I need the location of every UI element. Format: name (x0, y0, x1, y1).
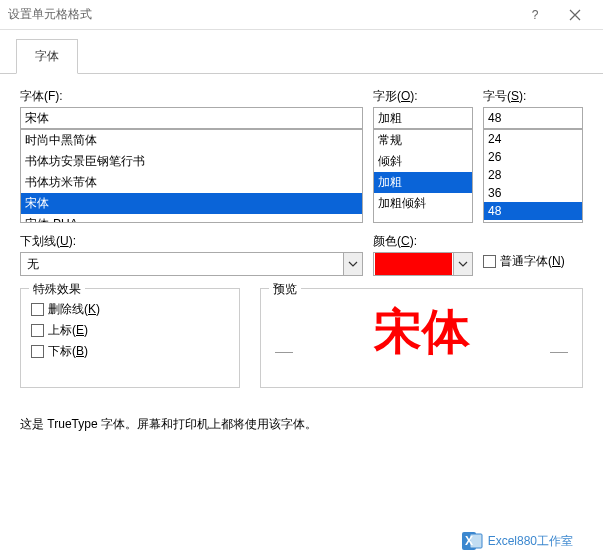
watermark: X Excel880工作室 (460, 529, 573, 553)
style-label: 字形(O): (373, 88, 473, 105)
underline-label: 下划线(U): (20, 233, 363, 250)
font-input[interactable] (20, 107, 363, 129)
style-input[interactable] (373, 107, 473, 129)
size-listbox[interactable]: 242628364872 (483, 129, 583, 223)
tab-font[interactable]: 字体 (16, 39, 78, 74)
style-listbox[interactable]: 常规倾斜加粗加粗倾斜 (373, 129, 473, 223)
tabbar: 字体 (0, 30, 603, 74)
preview-baseline-left (275, 352, 293, 353)
list-item[interactable]: 26 (484, 148, 582, 166)
list-item[interactable]: 宋体-PUA (21, 214, 362, 223)
help-button[interactable]: ? (515, 0, 555, 30)
subscript-row[interactable]: 下标(B) (31, 343, 229, 360)
strikethrough-row[interactable]: 删除线(K) (31, 301, 229, 318)
list-item[interactable]: 书体坊安景臣钢笔行书 (21, 151, 362, 172)
content: 字体(F): 时尚中黑简体书体坊安景臣钢笔行书书体坊米芾体宋体宋体-PUA宋体-… (0, 74, 603, 559)
titlebar: 设置单元格格式 ? (0, 0, 603, 30)
list-item[interactable]: 宋体 (21, 193, 362, 214)
superscript-row[interactable]: 上标(E) (31, 322, 229, 339)
strikethrough-checkbox[interactable] (31, 303, 44, 316)
effects-fieldset: 特殊效果 删除线(K) 上标(E) 下标(B) (20, 288, 240, 388)
list-item[interactable]: 48 (484, 202, 582, 220)
list-item[interactable]: 加粗倾斜 (374, 193, 472, 214)
color-swatch (375, 253, 452, 275)
list-item[interactable]: 时尚中黑简体 (21, 130, 362, 151)
underline-value: 无 (20, 252, 343, 276)
normal-font-checkbox[interactable] (483, 255, 496, 268)
preview-fieldset: 预览 宋体 (260, 288, 583, 388)
superscript-checkbox[interactable] (31, 324, 44, 337)
underline-combo[interactable]: 无 (20, 252, 363, 276)
superscript-label: 上标(E) (48, 322, 88, 339)
chevron-down-icon (458, 259, 468, 269)
close-icon (569, 9, 581, 21)
list-item[interactable]: 书体坊米芾体 (21, 172, 362, 193)
size-label: 字号(S): (483, 88, 583, 105)
chevron-down-icon (348, 259, 358, 269)
preview-box: 宋体 (271, 297, 572, 367)
subscript-checkbox[interactable] (31, 345, 44, 358)
list-item[interactable]: 24 (484, 130, 582, 148)
color-swatch-wrap (373, 252, 453, 276)
list-item[interactable]: 加粗 (374, 172, 472, 193)
color-combo[interactable] (373, 252, 473, 276)
list-item[interactable]: 28 (484, 166, 582, 184)
font-label: 字体(F): (20, 88, 363, 105)
list-item[interactable]: 常规 (374, 130, 472, 151)
strikethrough-label: 删除线(K) (48, 301, 100, 318)
subscript-label: 下标(B) (48, 343, 88, 360)
preview-legend: 预览 (269, 281, 301, 298)
color-label: 颜色(C): (373, 233, 473, 250)
preview-text: 宋体 (374, 300, 470, 364)
effects-legend: 特殊效果 (29, 281, 85, 298)
window-title: 设置单元格格式 (8, 6, 515, 23)
normal-font-label: 普通字体(N) (500, 253, 565, 270)
format-cells-dialog: 设置单元格格式 ? 字体 字体(F): 时尚中黑简体书体坊安景臣钢笔行书书体坊米… (0, 0, 603, 559)
size-input[interactable] (483, 107, 583, 129)
color-dropdown-button[interactable] (453, 252, 473, 276)
underline-dropdown-button[interactable] (343, 252, 363, 276)
normal-font-checkbox-row[interactable]: 普通字体(N) (483, 253, 565, 270)
list-item[interactable]: 72 (484, 220, 582, 223)
truetype-note: 这是 TrueType 字体。屏幕和打印机上都将使用该字体。 (20, 416, 583, 433)
svg-text:X: X (465, 534, 473, 548)
list-item[interactable]: 36 (484, 184, 582, 202)
watermark-text: Excel880工作室 (488, 533, 573, 550)
close-button[interactable] (555, 0, 595, 30)
font-listbox[interactable]: 时尚中黑简体书体坊安景臣钢笔行书书体坊米芾体宋体宋体-PUA宋体-方正超大字符集 (20, 129, 363, 223)
excel-icon: X (460, 529, 484, 553)
list-item[interactable]: 倾斜 (374, 151, 472, 172)
preview-baseline-right (550, 352, 568, 353)
